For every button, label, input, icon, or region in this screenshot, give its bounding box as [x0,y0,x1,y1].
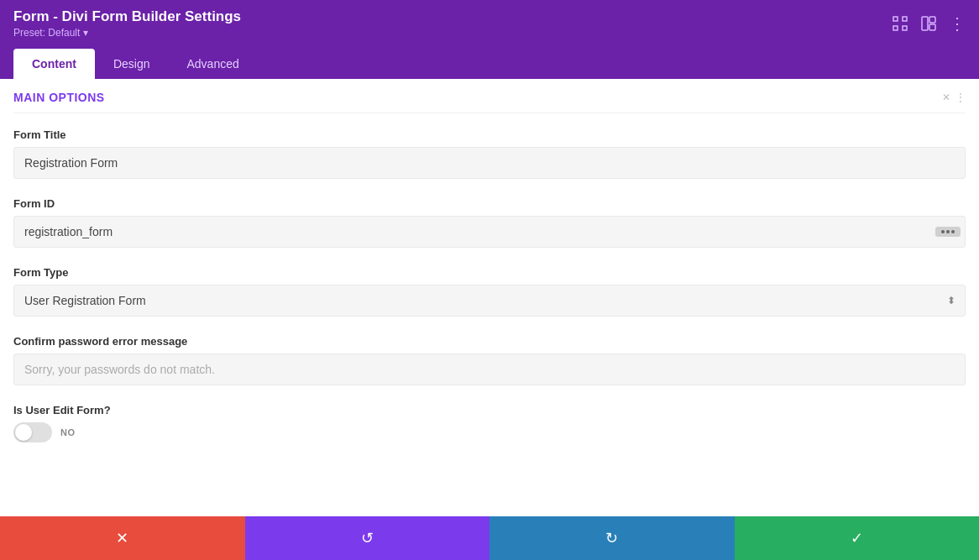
tab-content[interactable]: Content [13,49,95,79]
svg-rect-3 [903,26,907,30]
section-title: Main Options [13,91,105,104]
toggle-label: NO [60,427,76,437]
form-title-group: Form Title [13,128,966,179]
form-type-select-wrapper: User Registration Form Login Form Lost P… [13,285,966,317]
svg-rect-6 [929,24,935,30]
form-id-dots-button[interactable] [935,227,961,237]
layout-icon[interactable] [920,15,937,32]
redo-icon: ↻ [605,529,618,547]
is-user-edit-group: Is User Edit Form? NO [13,404,966,442]
reset-button[interactable]: ↺ [245,516,490,560]
bottom-bar: ✕ ↺ ↻ ✓ [0,516,979,560]
section-header: Main Options ✕ ⋮ [13,79,966,113]
save-icon: ✓ [851,529,863,547]
confirm-password-group: Confirm password error message [13,335,966,385]
reset-icon: ↺ [361,529,374,547]
more-options-icon[interactable]: ⋮ [949,15,966,32]
form-id-group: Form ID [13,197,966,248]
app-title: Form - Divi Form Builder Settings [13,8,241,25]
close-icon: ✕ [942,92,950,103]
form-type-label: Form Type [13,266,966,279]
header: Form - Divi Form Builder Settings Preset… [0,0,979,79]
toggle-knob [15,424,32,441]
header-top: Form - Divi Form Builder Settings Preset… [13,8,966,44]
form-title-input[interactable] [13,147,966,179]
svg-rect-2 [893,26,898,30]
svg-rect-4 [922,17,928,30]
form-id-input[interactable] [13,216,966,248]
dot2 [946,230,950,233]
confirm-password-label: Confirm password error message [13,335,966,348]
dot3 [951,230,955,233]
redo-button[interactable]: ↻ [490,516,735,560]
form-title-label: Form Title [13,128,966,141]
user-edit-toggle[interactable] [13,422,52,442]
svg-rect-0 [893,17,898,21]
svg-rect-5 [929,17,935,23]
preset-selector[interactable]: Preset: Default ▾ [13,27,241,39]
toggle-row: NO [13,422,966,442]
form-id-field-wrapper [13,216,966,248]
tab-advanced[interactable]: Advanced [168,49,257,79]
more-icon: ⋮ [955,92,966,103]
tab-design[interactable]: Design [95,49,169,79]
cancel-icon: ✕ [116,529,128,547]
form-id-label: Form ID [13,197,966,210]
is-user-edit-label: Is User Edit Form? [13,404,966,416]
section-close[interactable]: ✕ ⋮ [942,92,966,103]
cancel-button[interactable]: ✕ [0,516,245,560]
focus-mode-icon[interactable] [892,15,908,32]
tabs-bar: Content Design Advanced [13,49,966,79]
header-icons: ⋮ [892,15,966,32]
content-area: Main Options ✕ ⋮ Form Title Form ID [0,79,979,516]
dot1 [941,230,945,233]
form-type-select[interactable]: User Registration Form Login Form Lost P… [13,285,966,317]
save-button[interactable]: ✓ [735,516,980,560]
svg-rect-1 [903,17,907,21]
form-type-group: Form Type User Registration Form Login F… [13,266,966,317]
header-title-block: Form - Divi Form Builder Settings Preset… [13,8,241,39]
confirm-password-input[interactable] [13,353,966,385]
